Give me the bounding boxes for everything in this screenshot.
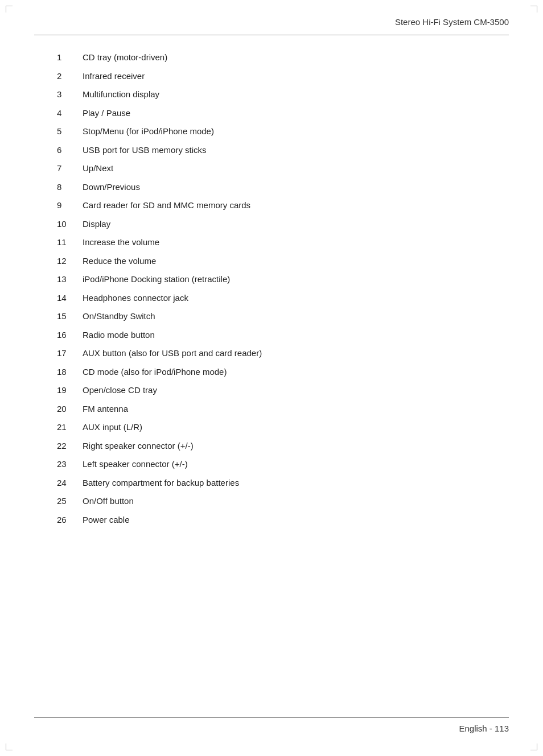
item-number: 10 (57, 218, 83, 231)
list-item: 9Card reader for SD and MMC memory cards (57, 199, 509, 212)
item-number: 16 (57, 329, 83, 342)
items-list: 1CD tray (motor-driven)2Infrared receive… (57, 51, 509, 526)
item-number: 2 (57, 70, 83, 83)
list-item: 22Right speaker connector (+/-) (57, 440, 509, 453)
list-item: 15On/Standby Switch (57, 310, 509, 323)
item-label: On/Off button (83, 495, 134, 508)
item-label: Stop/Menu (for iPod/iPhone mode) (83, 125, 214, 138)
item-number: 12 (57, 255, 83, 268)
item-label: Increase the volume (83, 236, 159, 249)
list-item: 10Display (57, 218, 509, 231)
item-number: 8 (57, 181, 83, 194)
item-number: 18 (57, 366, 83, 379)
list-item: 3Multifunction display (57, 88, 509, 101)
header: Stereo Hi-Fi System CM-3500 (34, 17, 509, 31)
footer: English - 113 (34, 717, 509, 733)
item-number: 9 (57, 199, 83, 212)
list-item: 1CD tray (motor-driven) (57, 51, 509, 64)
item-number: 26 (57, 514, 83, 527)
item-label: Play / Pause (83, 107, 130, 120)
list-item: 14Headphones connector jack (57, 292, 509, 305)
item-label: Down/Previous (83, 181, 140, 194)
corner-mark-tl (6, 6, 13, 13)
item-label: Display (83, 218, 110, 231)
item-label: Up/Next (83, 162, 113, 175)
list-item: 21AUX input (L/R) (57, 421, 509, 434)
list-item: 13iPod/iPhone Docking station (retractil… (57, 273, 509, 286)
list-item: 12Reduce the volume (57, 255, 509, 268)
item-number: 19 (57, 384, 83, 397)
corner-mark-bl (6, 743, 13, 750)
list-item: 25On/Off button (57, 495, 509, 508)
item-number: 15 (57, 310, 83, 323)
page-container: Stereo Hi-Fi System CM-3500 1CD tray (mo… (0, 0, 543, 756)
item-number: 5 (57, 125, 83, 138)
item-label: Power cable (83, 514, 130, 527)
item-label: USB port for USB memory sticks (83, 144, 207, 157)
item-number: 1 (57, 51, 83, 64)
list-item: 7Up/Next (57, 162, 509, 175)
list-item: 24Battery compartment for backup batteri… (57, 477, 509, 490)
item-label: AUX input (L/R) (83, 421, 142, 434)
list-item: 19Open/close CD tray (57, 384, 509, 397)
item-number: 23 (57, 458, 83, 471)
list-item: 8Down/Previous (57, 181, 509, 194)
item-number: 7 (57, 162, 83, 175)
list-item: 16Radio mode button (57, 329, 509, 342)
item-number: 4 (57, 107, 83, 120)
item-label: CD mode (also for iPod/iPhone mode) (83, 366, 227, 379)
list-item: 17AUX button (also for USB port and card… (57, 347, 509, 360)
item-number: 24 (57, 477, 83, 490)
list-item: 23Left speaker connector (+/-) (57, 458, 509, 471)
list-item: 5Stop/Menu (for iPod/iPhone mode) (57, 125, 509, 138)
item-number: 22 (57, 440, 83, 453)
item-number: 17 (57, 347, 83, 360)
item-number: 21 (57, 421, 83, 434)
item-label: Right speaker connector (+/-) (83, 440, 194, 453)
item-number: 20 (57, 403, 83, 416)
item-label: Left speaker connector (+/-) (83, 458, 188, 471)
item-number: 11 (57, 236, 83, 249)
header-rule (34, 35, 509, 35)
footer-rule (34, 717, 509, 718)
item-label: Multifunction display (83, 88, 159, 101)
header-title: Stereo Hi-Fi System CM-3500 (395, 17, 509, 27)
item-label: Open/close CD tray (83, 384, 157, 397)
footer-text: English - 113 (34, 724, 509, 733)
list-item: 4Play / Pause (57, 107, 509, 120)
item-label: iPod/iPhone Docking station (retractile) (83, 273, 230, 286)
item-label: Radio mode button (83, 329, 155, 342)
corner-mark-br (530, 743, 537, 750)
item-label: AUX button (also for USB port and card r… (83, 347, 262, 360)
item-label: Infrared receiver (83, 70, 145, 83)
corner-mark-tr (530, 6, 537, 13)
item-label: Card reader for SD and MMC memory cards (83, 199, 250, 212)
item-label: FM antenna (83, 403, 128, 416)
item-label: Reduce the volume (83, 255, 156, 268)
list-item: 18CD mode (also for iPod/iPhone mode) (57, 366, 509, 379)
list-item: 20FM antenna (57, 403, 509, 416)
list-item: 26Power cable (57, 514, 509, 527)
item-number: 25 (57, 495, 83, 508)
list-item: 2Infrared receiver (57, 70, 509, 83)
item-label: On/Standby Switch (83, 310, 155, 323)
item-number: 14 (57, 292, 83, 305)
item-label: Headphones connector jack (83, 292, 188, 305)
item-label: Battery compartment for backup batteries (83, 477, 239, 490)
list-item: 6USB port for USB memory sticks (57, 144, 509, 157)
item-label: CD tray (motor-driven) (83, 51, 167, 64)
item-number: 13 (57, 273, 83, 286)
item-number: 6 (57, 144, 83, 157)
item-number: 3 (57, 88, 83, 101)
list-item: 11Increase the volume (57, 236, 509, 249)
